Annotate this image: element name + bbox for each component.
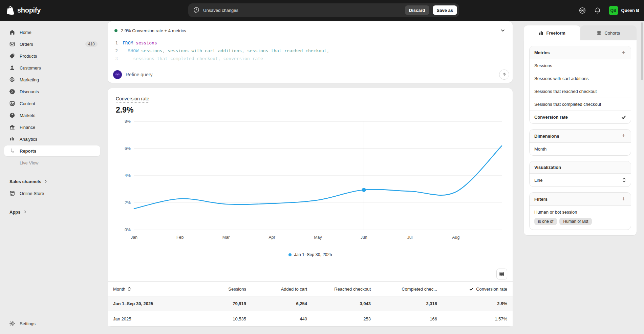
check-icon	[621, 115, 626, 120]
sidebar-item-products[interactable]: Products	[4, 51, 100, 61]
shopify-logo[interactable]: shopify	[0, 6, 41, 15]
sidekick-icon[interactable]	[578, 6, 586, 15]
metric-item-sessions[interactable]: Sessions	[530, 59, 631, 72]
table-toolbar	[108, 266, 513, 281]
sidebar-item-finance[interactable]: Finance	[4, 122, 100, 133]
unsaved-changes-bar: Unsaved changes Discard Save as	[188, 3, 459, 17]
scrollbar-thumb[interactable]	[641, 22, 643, 80]
sidebar-item-live-view[interactable]: Live View	[4, 157, 100, 168]
sidebar-item-settings[interactable]: Settings	[4, 318, 100, 329]
tab-cohorts[interactable]: Cohorts	[580, 25, 637, 40]
column-header-conversion-rate[interactable]: Conversion rate	[443, 287, 513, 292]
y-axis-tick: 6%	[125, 146, 131, 151]
person-icon	[9, 64, 16, 71]
discount-badge-icon	[9, 88, 16, 95]
report-card: Conversion rate 2.9% 8%6%4%2%0%JanFebMar…	[108, 88, 513, 326]
sidebar-item-orders[interactable]: Orders 410	[4, 39, 100, 50]
query-builder-card: 2.9% Conversion rate + 4 metrics 1FROM s…	[108, 21, 513, 83]
table-row-total[interactable]: Jan 1–Sep 30, 2025 79,919 6,254 3,943 2,…	[108, 296, 513, 311]
metric-item-cart-additions[interactable]: Sessions with cart additions	[530, 72, 631, 85]
add-dimension-button[interactable]: +	[621, 133, 626, 139]
metric-item-reached-checkout[interactable]: Sessions that reached checkout	[530, 85, 631, 98]
column-header-sessions[interactable]: Sessions	[192, 282, 252, 296]
sidekick-avatar-icon	[113, 70, 122, 79]
tab-freeform[interactable]: Freeform	[524, 25, 580, 40]
metric-item-conversion-rate[interactable]: Conversion rate	[530, 111, 631, 123]
sidebar-nav: Home Orders 410 Products Customers Marke…	[0, 21, 104, 334]
x-axis-tick: Jul	[407, 235, 413, 240]
x-axis-tick: Feb	[176, 235, 184, 240]
filter-human-or-bot[interactable]: Human or bot session is one of Human or …	[530, 205, 631, 230]
column-header-reached-checkout[interactable]: Reached checkout	[313, 287, 376, 292]
dimension-item-month[interactable]: Month	[530, 142, 631, 155]
sub-item-arrow-icon	[9, 148, 16, 154]
query-summary: 2.9% Conversion rate + 4 metrics	[121, 28, 186, 33]
column-header-month[interactable]: Month	[108, 287, 192, 292]
refine-query-row	[108, 66, 513, 83]
y-axis-tick: 2%	[125, 200, 131, 205]
filter-operator-pill[interactable]: is one of	[534, 218, 557, 225]
bank-icon	[9, 124, 16, 131]
report-settings-panel: Freeform Cohorts Metrics + Sessions Sess…	[524, 25, 637, 235]
query-code-editor[interactable]: 1FROM sessions 2 SHOW sessions, sessions…	[108, 38, 513, 66]
chart-current-value: 2.9%	[116, 105, 505, 115]
chevron-down-icon	[500, 28, 505, 33]
code-line-3[interactable]: 3 sessions_that_completed_checkout, conv…	[108, 55, 513, 62]
sidebar-item-online-store[interactable]: Online Store	[4, 188, 100, 199]
save-as-button[interactable]: Save as	[433, 5, 457, 15]
add-metric-button[interactable]: +	[621, 50, 626, 56]
sales-channels-section[interactable]: Sales channels	[4, 176, 100, 186]
table-header-row: Month Sessions Added to cart Reached che…	[108, 281, 513, 296]
sidebar-item-marketing[interactable]: Marketing	[4, 74, 100, 85]
collapse-query-button[interactable]	[498, 25, 508, 36]
chart-title[interactable]: Conversion rate	[116, 96, 149, 103]
sidebar-item-customers[interactable]: Customers	[4, 62, 100, 73]
column-header-added-to-cart[interactable]: Added to cart	[252, 287, 313, 292]
alert-icon	[193, 7, 200, 14]
arrow-up-icon	[502, 72, 507, 77]
metric-item-completed-checkout[interactable]: Sessions that completed checkout	[530, 98, 631, 111]
sidebar-item-discounts[interactable]: Discounts	[4, 86, 100, 97]
refine-query-input[interactable]	[126, 72, 495, 77]
filters-card: Filters + Human or bot session is one of…	[529, 192, 631, 230]
report-data-table: Month Sessions Added to cart Reached che…	[108, 281, 513, 326]
apps-section[interactable]: Apps	[4, 207, 100, 217]
y-axis-tick: 8%	[125, 119, 131, 124]
sidebar-item-markets[interactable]: $ Markets	[4, 110, 100, 121]
show-table-button[interactable]	[496, 269, 507, 279]
conversion-rate-line	[134, 146, 502, 209]
home-icon	[9, 29, 16, 36]
y-axis-tick: 4%	[125, 173, 131, 178]
user-menu[interactable]: QB Queen B	[609, 6, 639, 15]
orders-count-badge: 410	[85, 41, 98, 47]
x-axis-tick: Aug	[452, 235, 459, 240]
sidebar-item-analytics[interactable]: Analytics	[4, 134, 100, 144]
table-grid-icon	[499, 271, 505, 277]
dimensions-card: Dimensions + Month	[529, 129, 631, 156]
discard-button[interactable]: Discard	[405, 5, 429, 15]
query-status-dot	[114, 29, 117, 32]
check-icon	[469, 287, 474, 291]
x-axis-tick: Mar	[222, 235, 230, 240]
shopify-bag-icon	[6, 6, 15, 15]
conversion-rate-line-chart[interactable]: 8%6%4%2%0%JanFebMarAprMayJunJulAug	[116, 117, 505, 243]
add-filter-button[interactable]: +	[621, 196, 626, 202]
unsaved-changes-text: Unsaved changes	[203, 8, 238, 13]
table-row-jan-2025[interactable]: Jan 2025 10,535 440 253 166 1.57%	[108, 311, 513, 326]
target-cursor-icon	[9, 76, 16, 83]
filter-value-pill[interactable]: Human or Bot	[559, 218, 592, 225]
sidebar-item-reports[interactable]: Reports	[4, 145, 100, 156]
column-header-completed-checkout[interactable]: Completed chec...	[376, 287, 443, 292]
globe-dollar-icon: $	[9, 112, 16, 119]
x-axis-tick: Jan	[131, 235, 137, 240]
submit-query-button[interactable]	[499, 70, 509, 80]
legend-dot-icon	[288, 253, 292, 256]
shopify-wordmark: shopify	[17, 6, 41, 14]
notifications-bell-icon[interactable]	[594, 7, 601, 14]
sidebar-item-home[interactable]: Home	[4, 27, 100, 38]
highlight-point[interactable]	[362, 188, 366, 192]
sidebar-item-content[interactable]: Content	[4, 98, 100, 109]
code-line-2[interactable]: 2 SHOW sessions, sessions_with_cart_addi…	[108, 47, 513, 55]
code-line-1[interactable]: 1FROM sessions	[108, 39, 513, 47]
visualization-select[interactable]: Line	[530, 173, 631, 186]
